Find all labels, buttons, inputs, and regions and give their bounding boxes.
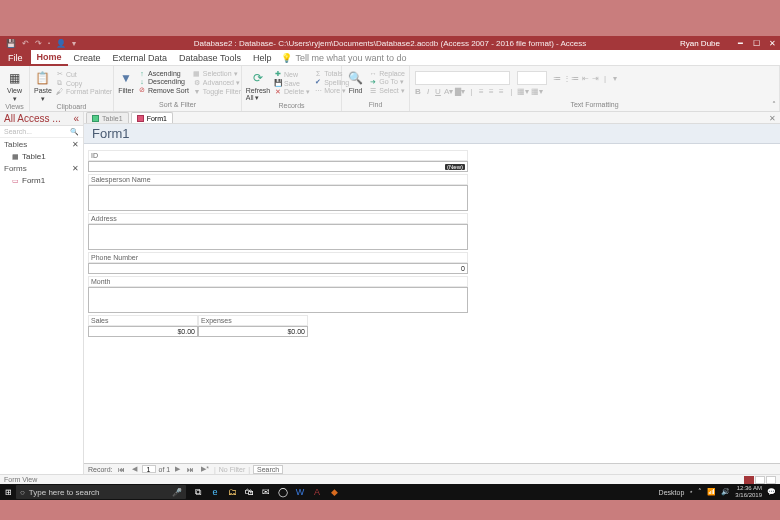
word-icon[interactable]: W [294,486,306,498]
font-color-button[interactable]: A▾ [444,87,453,96]
numbering-icon[interactable]: ⋮≔ [563,74,579,83]
descending-button[interactable]: ↓Descending [138,78,189,85]
mail-icon[interactable]: ✉ [260,486,272,498]
font-combo[interactable] [415,71,510,85]
create-tab[interactable]: Create [68,50,107,66]
new-record-nav-button[interactable]: ▶* [199,465,211,473]
home-tab[interactable]: Home [31,50,68,66]
nav-form1[interactable]: ▭Form1 [0,175,83,186]
font-size-combo[interactable] [517,71,547,85]
show-desktop-label[interactable]: Desktop [659,489,685,496]
advanced-button[interactable]: ⚙Advanced ▾ [193,79,241,87]
tell-me[interactable]: 💡Tell me what you want to do [281,53,406,63]
minimize-button[interactable]: ━ [732,36,748,50]
bulb-icon: 💡 [281,53,292,63]
chrome-icon[interactable]: ◯ [277,486,289,498]
underline-button[interactable]: U [434,87,442,96]
find-button[interactable]: 🔍Find [346,70,365,94]
align-center-icon[interactable]: ≡ [487,87,495,96]
nav-search[interactable]: Search...🔍 [0,126,83,138]
italic-button[interactable]: I [424,87,432,96]
clock[interactable]: 12:36 AM 3/16/2019 [735,485,762,499]
align-left-icon[interactable]: ≡ [477,87,485,96]
nav-table1[interactable]: ▦Table1 [0,151,83,162]
goto-button[interactable]: ➜Go To ▾ [369,78,405,86]
bullets-icon[interactable]: ≔ [553,74,561,83]
address-input[interactable] [88,224,468,250]
tab-table1[interactable]: Table1 [86,112,129,123]
close-tab-icon[interactable]: ✕ [769,114,776,123]
collapse-ribbon-icon[interactable]: ˄ [772,100,776,109]
file-tab[interactable]: File [0,50,31,66]
close-button[interactable]: ✕ [764,36,780,50]
edge-icon[interactable]: e [209,486,221,498]
action-center-icon[interactable]: 💬 [767,488,776,496]
tab-form1[interactable]: Form1 [131,112,173,123]
layout-view-button[interactable] [755,476,765,484]
find-icon: 🔍 [348,70,364,86]
delete-record-button[interactable]: ✕Delete ▾ [274,88,310,96]
system-tray-icon[interactable]: ⋆ [689,488,693,496]
task-view-icon[interactable]: ⧉ [192,486,204,498]
toggle-filter-button[interactable]: ▼Toggle Filter [193,88,241,95]
nav-header[interactable]: All Access ...« [0,112,83,126]
view-mode-label: Form View [4,476,37,483]
month-input[interactable] [88,287,468,313]
filter-icon: ▼ [118,70,134,86]
form-view-button[interactable] [744,476,754,484]
align-right-icon[interactable]: ≡ [497,87,505,96]
ascending-button[interactable]: ↑Ascending [138,70,189,77]
select-button[interactable]: ☰Select ▾ [369,87,405,95]
filter-button[interactable]: ▼Filter [118,70,134,94]
help-tab[interactable]: Help [247,50,278,66]
document-tabs: Table1 Form1 ✕ [84,112,780,124]
highlight-button[interactable]: ▇▾ [455,87,465,96]
database-tools-tab[interactable]: Database Tools [173,50,247,66]
phone-label: Phone Number [88,252,468,263]
replace-button[interactable]: ↔Replace [369,70,405,77]
taskbar-search[interactable]: ○Type here to search🎤 [16,485,186,499]
store-icon[interactable]: 🛍 [243,486,255,498]
format-painter-button[interactable]: 🖌Format Painter [56,88,112,95]
account-name[interactable]: Ryan Dube [680,39,720,48]
tray-chevron-icon[interactable]: ˄ [698,488,702,496]
external-data-tab[interactable]: External Data [107,50,174,66]
cut-button[interactable]: ✂Cut [56,70,112,78]
indent-left-icon[interactable]: ⇤ [581,74,589,83]
forms-section[interactable]: Forms✕ [0,162,83,175]
record-position-input[interactable] [142,465,156,473]
access-icon[interactable]: A [311,486,323,498]
prev-record-button[interactable]: ◀ [130,465,139,473]
bold-button[interactable]: B [414,87,422,96]
copy-button[interactable]: ⧉Copy [56,79,112,87]
new-record-button[interactable]: ✚New [274,70,310,78]
salesperson-input[interactable] [88,185,468,211]
refresh-all-button[interactable]: ⟳Refresh All ▾ [246,70,270,102]
remove-sort-button[interactable]: ⊘Remove Sort [138,86,189,94]
view-button[interactable]: ▦View▾ [4,70,25,103]
indent-right-icon[interactable]: ⇥ [591,74,599,83]
gridlines-icon[interactable]: ▦▾ [531,87,543,96]
fill-color-icon[interactable]: ▦▾ [517,87,529,96]
selection-button[interactable]: ▦Selection ▾ [193,70,241,78]
maximize-button[interactable]: ☐ [748,36,764,50]
last-record-button[interactable]: ⏭ [185,466,196,473]
tables-section[interactable]: Tables✕ [0,138,83,151]
design-view-button[interactable] [766,476,776,484]
explorer-icon[interactable]: 🗂 [226,486,238,498]
phone-input[interactable]: 0 [88,263,468,274]
start-button[interactable]: ⊞ [0,488,16,497]
paste-button[interactable]: 📋Paste▾ [34,70,52,103]
app-icon[interactable]: ◆ [328,486,340,498]
expenses-input[interactable]: $0.00 [198,326,308,337]
volume-icon[interactable]: 🔊 [721,488,730,496]
sales-label: Sales [88,315,198,326]
first-record-button[interactable]: ⏮ [116,466,127,473]
save-record-button[interactable]: 💾Save [274,79,310,87]
cut-icon: ✂ [56,70,64,78]
network-icon[interactable]: 📶 [707,488,716,496]
sales-input[interactable]: $0.00 [88,326,198,337]
id-input[interactable]: (New) [88,161,468,172]
record-search-input[interactable]: Search [253,465,283,474]
next-record-button[interactable]: ▶ [173,465,182,473]
